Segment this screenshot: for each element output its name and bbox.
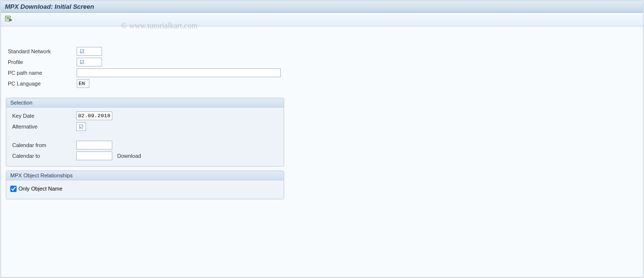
row-calendar-from: Calendar from bbox=[10, 140, 280, 150]
input-key-date[interactable] bbox=[76, 111, 112, 120]
group-relationships-header: MPX Object Relationships bbox=[6, 171, 284, 180]
row-pc-path: PC path name bbox=[6, 67, 638, 78]
label-calendar-to: Calendar to bbox=[10, 153, 76, 159]
row-alternative: Alternative ☑ bbox=[10, 121, 280, 132]
required-check-icon: ☑ bbox=[79, 48, 85, 55]
label-calendar-from: Calendar from bbox=[10, 142, 76, 148]
input-calendar-from[interactable] bbox=[76, 141, 112, 150]
input-alternative[interactable]: ☑ bbox=[76, 122, 86, 131]
input-profile[interactable]: ☑ bbox=[77, 58, 102, 66]
label-only-object-name: Only Object Name bbox=[19, 186, 62, 192]
svg-rect-2 bbox=[6, 19, 9, 20]
input-calendar-to[interactable] bbox=[76, 151, 112, 160]
row-profile: Profile ☑ bbox=[6, 57, 638, 67]
title-bar: MPX Download: Initial Screen bbox=[1, 1, 643, 13]
row-key-date: Key Date bbox=[10, 110, 280, 121]
group-selection-header: Selection bbox=[6, 98, 284, 107]
group-selection: Selection Key Date Alternative ☑ Calenda… bbox=[6, 98, 284, 167]
label-key-date: Key Date bbox=[10, 113, 76, 119]
input-pc-path[interactable] bbox=[77, 68, 281, 77]
svg-marker-3 bbox=[9, 19, 12, 21]
execute-icon[interactable] bbox=[5, 15, 13, 24]
row-only-object-name: Only Object Name bbox=[10, 183, 280, 194]
group-relationships: MPX Object Relationships Only Object Nam… bbox=[6, 171, 284, 199]
label-pc-path: PC path name bbox=[6, 70, 77, 76]
row-standard-network: Standard Network ☑ bbox=[6, 46, 638, 57]
input-standard-network[interactable]: ☑ bbox=[77, 47, 102, 56]
required-check-icon: ☑ bbox=[78, 124, 84, 130]
row-pc-language: PC Language bbox=[6, 78, 638, 89]
toolbar bbox=[1, 13, 643, 26]
required-check-icon: ☑ bbox=[79, 59, 85, 65]
label-download-suffix: Download bbox=[117, 153, 141, 159]
label-alternative: Alternative bbox=[10, 124, 76, 129]
label-profile: Profile bbox=[6, 59, 77, 65]
label-pc-language: PC Language bbox=[6, 81, 77, 86]
page-title: MPX Download: Initial Screen bbox=[5, 3, 94, 10]
checkbox-only-object-name[interactable] bbox=[10, 186, 17, 192]
label-standard-network: Standard Network bbox=[6, 48, 77, 54]
row-calendar-to: Calendar to Download bbox=[10, 150, 280, 161]
input-pc-language[interactable] bbox=[77, 79, 89, 88]
content-area: Standard Network ☑ Profile ☑ PC path nam… bbox=[1, 26, 643, 204]
svg-rect-1 bbox=[6, 17, 9, 18]
